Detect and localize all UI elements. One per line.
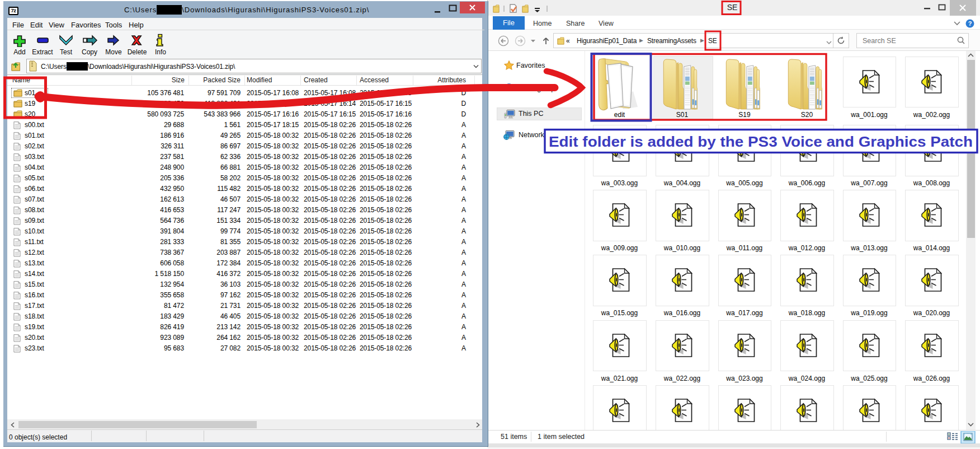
svg-text:?: ?	[968, 20, 972, 27]
